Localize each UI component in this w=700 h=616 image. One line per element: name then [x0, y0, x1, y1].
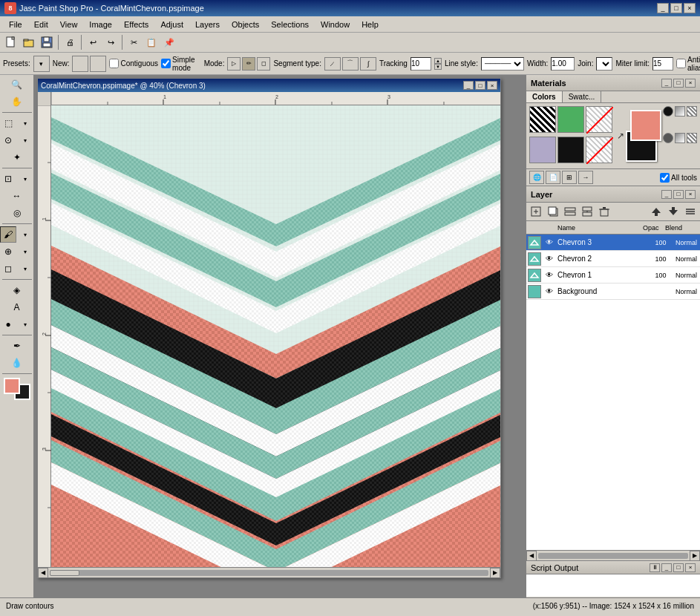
img-minimize[interactable]: _ [463, 81, 474, 90]
swatch-black[interactable] [557, 137, 584, 163]
open-file-btn[interactable] [21, 34, 37, 50]
layer-vis-chevron2[interactable]: 👁 [543, 252, 556, 266]
layer-maximize[interactable]: □ [673, 190, 684, 199]
redo-btn[interactable]: ↪ [102, 34, 119, 50]
menu-edit[interactable]: Edit [28, 19, 54, 30]
shape-tool[interactable]: ● [0, 316, 16, 332]
mat-minimize[interactable]: _ [661, 79, 672, 88]
mat-close[interactable]: × [685, 79, 696, 88]
red-eye-tool[interactable]: ◎ [9, 205, 25, 221]
paint-brush-tool[interactable]: 🖌 [0, 226, 16, 243]
clone-tool[interactable]: ⊕ [0, 243, 16, 260]
layer-scroll-left[interactable]: ◀ [526, 551, 537, 561]
select-tool[interactable]: ⬚ [0, 115, 16, 131]
erase-tool[interactable]: ◻ [0, 261, 16, 277]
layer-row-chevron2[interactable]: 👁 Chevron 2 100 Normal [526, 251, 700, 267]
menu-adjust[interactable]: Adjust [154, 19, 189, 30]
scroll-track-h[interactable] [50, 570, 488, 576]
new-opt2[interactable] [90, 56, 106, 72]
fg-color-swatch[interactable] [4, 378, 20, 394]
layer-options-btn[interactable] [682, 204, 699, 219]
erase-arrow[interactable]: ▾ [17, 261, 33, 277]
tracking-input[interactable] [410, 57, 431, 71]
swatch-null1[interactable] [586, 106, 612, 133]
scroll-thumb-h[interactable] [50, 570, 79, 576]
layer-move-up-btn[interactable] [648, 204, 664, 219]
layer-vis-background[interactable]: 👁 [543, 285, 556, 298]
script-close[interactable]: × [685, 563, 696, 572]
clone-arrow[interactable]: ▾ [17, 243, 33, 260]
tracking-up[interactable]: ▲ [434, 58, 442, 64]
antialias-check[interactable] [676, 59, 686, 68]
layer-minimize[interactable]: _ [661, 190, 672, 199]
script-maximize[interactable]: □ [673, 563, 684, 572]
mode-btn2[interactable]: ✏ [242, 57, 255, 71]
swatch-purple[interactable] [529, 137, 556, 163]
new-opt1[interactable] [72, 56, 88, 72]
layer-merge-btn[interactable] [579, 204, 595, 219]
miter-input[interactable] [652, 57, 673, 71]
pen-tool[interactable]: ✒ [9, 338, 25, 354]
menu-layers[interactable]: Layers [189, 19, 226, 30]
lasso-arrow[interactable]: ▾ [17, 132, 33, 148]
menu-selections[interactable]: Selections [265, 19, 315, 30]
seg-btn3[interactable]: ∫ [360, 57, 376, 71]
seg-btn1[interactable]: ⟋ [324, 57, 341, 71]
swap-colors-icon[interactable]: ↗ [617, 131, 624, 141]
bg-pattern-mode[interactable] [687, 133, 697, 143]
layer-vis-chevron1[interactable]: 👁 [543, 269, 556, 282]
layer-move-down-btn[interactable] [665, 204, 681, 219]
scroll-right-btn[interactable]: ▶ [490, 568, 500, 578]
pan-tool[interactable]: ✋ [9, 94, 25, 110]
menu-effects[interactable]: Effects [118, 19, 154, 30]
mat-grid-btn[interactable]: ⊞ [562, 171, 577, 184]
layer-new-btn[interactable] [528, 204, 544, 219]
new-file-btn[interactable] [3, 34, 19, 50]
img-maximize[interactable]: □ [475, 81, 485, 90]
shape-arrow[interactable]: ▾ [17, 316, 33, 332]
copy-btn[interactable]: 📋 [143, 34, 160, 50]
mode-btn1[interactable]: ▷ [227, 57, 241, 71]
swatch-green[interactable] [557, 106, 584, 133]
fg-pattern-mode[interactable] [687, 106, 697, 117]
tracking-down[interactable]: ▼ [434, 64, 442, 70]
bg-solid-mode[interactable] [663, 133, 673, 143]
seg-btn2[interactable]: ⌒ [342, 57, 359, 71]
print-btn[interactable]: 🖨 [62, 34, 78, 50]
close-btn[interactable]: × [684, 3, 696, 13]
layer-vis-chevron3[interactable]: 👁 [543, 236, 556, 249]
paint-arrow[interactable]: ▾ [17, 226, 33, 243]
paste-btn[interactable]: 📌 [161, 34, 177, 50]
simple-mode-check[interactable] [161, 59, 171, 68]
menu-file[interactable]: File [3, 19, 28, 30]
layer-close[interactable]: × [685, 190, 696, 199]
mat-maximize[interactable]: □ [673, 79, 684, 88]
h-scrollbar[interactable]: ◀ ▶ [38, 567, 500, 577]
img-close[interactable]: × [487, 81, 497, 90]
mode-btn3[interactable]: ◻ [257, 57, 270, 71]
script-minimize[interactable]: _ [661, 563, 672, 572]
cut-btn[interactable]: ✂ [125, 34, 142, 50]
width-input[interactable] [551, 57, 575, 71]
tab-colors[interactable]: Colors [526, 91, 563, 102]
script-pause-btn[interactable]: ⏸ [650, 563, 660, 572]
fg-gradient-mode[interactable] [675, 106, 685, 117]
lasso-tool[interactable]: ⊙ [0, 132, 16, 148]
fill-tool[interactable]: ◈ [9, 282, 25, 298]
canvas-viewport[interactable] [51, 105, 500, 567]
color-picker[interactable]: 💧 [9, 355, 25, 371]
layer-delete-btn[interactable] [596, 204, 612, 219]
menu-view[interactable]: View [54, 19, 84, 30]
straighten-tool[interactable]: ↔ [9, 188, 25, 204]
mat-globe-btn[interactable]: 🌐 [529, 171, 544, 184]
join-select[interactable] [596, 57, 612, 71]
save-file-btn[interactable] [39, 34, 55, 50]
layer-row-background[interactable]: 👁 Background Normal [526, 284, 700, 300]
magic-wand-tool[interactable]: ✦ [9, 149, 25, 166]
presets-dropdown[interactable]: ▾ [33, 56, 50, 72]
line-style-select[interactable]: ───── [481, 57, 524, 71]
menu-objects[interactable]: Objects [226, 19, 265, 30]
undo-btn[interactable]: ↩ [85, 34, 101, 50]
crop-arrow[interactable]: ▾ [17, 171, 33, 187]
tab-swatches[interactable]: Swatc... [563, 91, 602, 102]
